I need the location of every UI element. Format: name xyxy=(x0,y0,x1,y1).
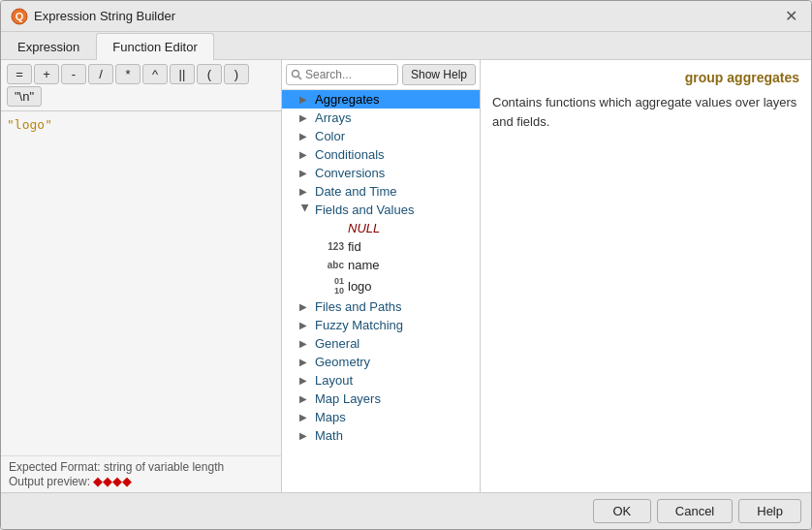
operator-concat[interactable]: || xyxy=(170,64,195,84)
tree-label-layout: Layout xyxy=(315,373,353,388)
field-logo-label: logo xyxy=(348,279,372,294)
expression-editor[interactable]: "logo" xyxy=(1,111,281,455)
tree-label-maps: Maps xyxy=(315,410,346,424)
show-help-button[interactable]: Show Help xyxy=(402,64,476,85)
tree-item-files-and-paths[interactable]: ▶ Files and Paths xyxy=(282,297,480,316)
arrow-conversions-icon: ▶ xyxy=(299,168,311,178)
field-null-label: NULL xyxy=(348,221,380,235)
arrow-math-icon: ▶ xyxy=(299,430,311,441)
svg-text:Q: Q xyxy=(16,11,24,22)
arrow-files-icon: ▶ xyxy=(299,301,311,312)
operator-multiply[interactable]: * xyxy=(115,64,141,84)
right-panel: group aggregates Contains functions whic… xyxy=(481,60,811,492)
tree-child-null[interactable]: NULL xyxy=(282,219,480,237)
help-title: group aggregates xyxy=(492,70,799,85)
arrow-fuzzy-icon: ▶ xyxy=(299,320,311,330)
tree-label-date-and-time: Date and Time xyxy=(315,184,397,199)
operator-close-paren[interactable]: ) xyxy=(224,64,249,84)
tree-item-math[interactable]: ▶ Math xyxy=(282,426,480,445)
operator-minus[interactable]: - xyxy=(61,64,86,84)
bottom-info: Expected Format: string of variable leng… xyxy=(1,455,281,492)
tree-child-fid[interactable]: 123 fid xyxy=(282,237,480,256)
tree-child-name[interactable]: abc name xyxy=(282,256,480,274)
title-bar-left: Q Expression String Builder xyxy=(11,8,175,25)
search-input[interactable] xyxy=(305,68,393,81)
arrow-maplayers-icon: ▶ xyxy=(299,393,311,404)
footer: OK Cancel Help xyxy=(1,492,811,529)
dialog: Q Expression String Builder ✕ Expression… xyxy=(0,0,812,530)
tree-item-layout[interactable]: ▶ Layout xyxy=(282,371,480,390)
tree-item-maps[interactable]: ▶ Maps xyxy=(282,408,480,426)
arrow-arrays-icon: ▶ xyxy=(299,112,311,123)
search-icon xyxy=(291,69,302,80)
tree-item-fuzzy-matching[interactable]: ▶ Fuzzy Matching xyxy=(282,316,480,334)
middle-panel: Show Help ▶ Aggregates ▶ Arrays ▶ Color xyxy=(282,60,481,492)
tree-label-files-and-paths: Files and Paths xyxy=(315,299,402,314)
tree-item-conversions[interactable]: ▶ Conversions xyxy=(282,164,480,182)
tree-item-fields-and-values[interactable]: ▶ Fields and Values xyxy=(282,201,480,219)
operator-equals[interactable]: = xyxy=(7,64,32,84)
output-value: ◆◆◆◆ xyxy=(93,474,132,488)
tree-label-conditionals: Conditionals xyxy=(315,147,385,162)
help-description: Contains functions which aggregate value… xyxy=(492,93,799,131)
tab-expression[interactable]: Expression xyxy=(1,33,96,60)
svg-point-2 xyxy=(293,71,299,78)
arrow-layout-icon: ▶ xyxy=(299,375,311,386)
title-bar: Q Expression String Builder ✕ xyxy=(1,1,811,32)
arrow-color-icon: ▶ xyxy=(299,131,311,141)
search-wrap xyxy=(286,64,398,85)
tree-list: ▶ Aggregates ▶ Arrays ▶ Color ▶ Conditio… xyxy=(282,90,480,492)
tree-label-general: General xyxy=(315,336,359,351)
tree-label-fuzzy-matching: Fuzzy Matching xyxy=(315,318,403,332)
output-label: Output preview: xyxy=(9,475,90,488)
arrow-general-icon: ▶ xyxy=(299,338,311,349)
operator-caret[interactable]: ^ xyxy=(142,64,168,84)
format-value: string of variable length xyxy=(104,460,224,474)
tree-label-arrays: Arrays xyxy=(315,110,352,125)
tree-item-arrays[interactable]: ▶ Arrays xyxy=(282,109,480,127)
operator-newline[interactable]: "\n" xyxy=(7,86,42,107)
arrow-aggregates-icon: ▶ xyxy=(299,94,311,105)
app-logo-icon: Q xyxy=(11,8,28,25)
expression-toolbar: = + - / * ^ || ( ) "\n" xyxy=(1,60,281,111)
field-name-label: name xyxy=(348,258,380,272)
arrow-date-icon: ▶ xyxy=(299,186,311,197)
arrow-maps-icon: ▶ xyxy=(299,412,311,422)
close-button[interactable]: ✕ xyxy=(781,9,801,24)
expression-value: "logo" xyxy=(7,117,52,132)
type-bin-icon: 0110 xyxy=(321,276,344,296)
tree-item-conditionals[interactable]: ▶ Conditionals xyxy=(282,145,480,164)
content-area: = + - / * ^ || ( ) "\n" "logo" Expected … xyxy=(1,60,811,492)
tree-label-fields-and-values: Fields and Values xyxy=(315,203,414,217)
type-abc-icon: abc xyxy=(321,260,344,270)
cancel-button[interactable]: Cancel xyxy=(657,499,733,523)
tree-item-map-layers[interactable]: ▶ Map Layers xyxy=(282,390,480,408)
tree-label-map-layers: Map Layers xyxy=(315,391,381,406)
operator-divide[interactable]: / xyxy=(88,64,113,84)
field-fid-label: fid xyxy=(348,239,361,254)
tree-item-geometry[interactable]: ▶ Geometry xyxy=(282,353,480,371)
tree-item-color[interactable]: ▶ Color xyxy=(282,127,480,145)
tree-child-logo[interactable]: 0110 logo xyxy=(282,274,480,297)
tab-function-editor[interactable]: Function Editor xyxy=(96,33,213,60)
tabs-bar: Expression Function Editor xyxy=(1,32,811,60)
ok-button[interactable]: OK xyxy=(593,499,651,523)
help-button[interactable]: Help xyxy=(738,499,801,523)
tree-item-date-and-time[interactable]: ▶ Date and Time xyxy=(282,182,480,201)
operator-open-paren[interactable]: ( xyxy=(197,64,222,84)
tree-item-general[interactable]: ▶ General xyxy=(282,334,480,353)
format-line: Expected Format: string of variable leng… xyxy=(9,460,273,474)
operator-plus[interactable]: + xyxy=(34,64,59,84)
search-bar: Show Help xyxy=(282,60,480,90)
left-panel: = + - / * ^ || ( ) "\n" "logo" Expected … xyxy=(1,60,282,492)
tree-label-color: Color xyxy=(315,129,345,143)
tree-label-geometry: Geometry xyxy=(315,355,370,369)
tree-label-math: Math xyxy=(315,428,343,443)
tree-item-aggregates[interactable]: ▶ Aggregates xyxy=(282,90,480,109)
arrow-fields-icon: ▶ xyxy=(300,204,311,216)
dialog-title: Expression String Builder xyxy=(34,9,175,23)
arrow-geometry-icon: ▶ xyxy=(299,357,311,367)
tree-label-conversions: Conversions xyxy=(315,166,385,180)
type-123-icon: 123 xyxy=(321,241,344,252)
arrow-conditionals-icon: ▶ xyxy=(299,149,311,160)
